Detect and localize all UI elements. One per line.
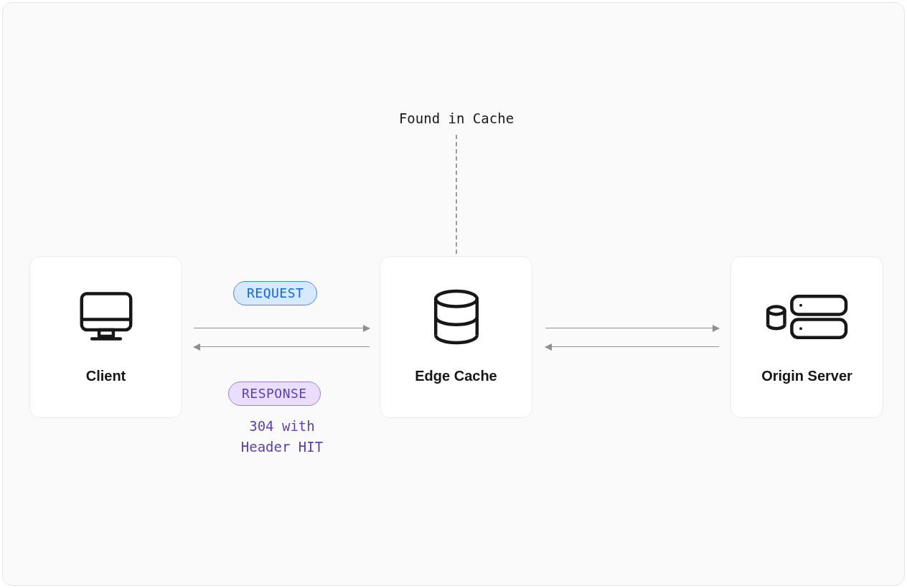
client-edge-arrows	[194, 325, 370, 351]
svg-rect-0	[81, 293, 130, 329]
cache-callout-connector	[456, 135, 457, 254]
edge-cache-database-icon	[424, 285, 489, 349]
svg-point-9	[799, 327, 802, 330]
client-node-label: Client	[86, 368, 126, 384]
origin-server-icon	[761, 285, 854, 349]
request-pill: REQUEST	[233, 281, 317, 305]
edge-cache-node-label: Edge Cache	[415, 368, 497, 384]
response-pill: RESPONSE	[228, 381, 321, 406]
diagram-canvas: Found in Cache Client Edge Cache	[2, 2, 905, 586]
edge-cache-node: Edge Cache	[380, 256, 532, 418]
cache-callout-label: Found in Cache	[347, 110, 565, 126]
svg-point-4	[436, 291, 477, 307]
client-monitor-icon	[74, 285, 138, 349]
origin-server-node-label: Origin Server	[761, 368, 852, 384]
response-detail-text: 304 with Header HIT	[202, 416, 362, 458]
svg-point-5	[768, 306, 784, 314]
origin-server-node: Origin Server	[730, 256, 883, 418]
arrow-client-to-edge	[194, 328, 370, 328]
arrow-edge-to-client	[194, 346, 370, 347]
edge-origin-arrows	[545, 325, 719, 351]
svg-rect-2	[99, 330, 113, 336]
svg-point-7	[799, 303, 802, 306]
arrow-edge-to-origin	[545, 328, 719, 328]
client-node: Client	[29, 256, 182, 418]
arrow-origin-to-edge	[545, 346, 719, 347]
